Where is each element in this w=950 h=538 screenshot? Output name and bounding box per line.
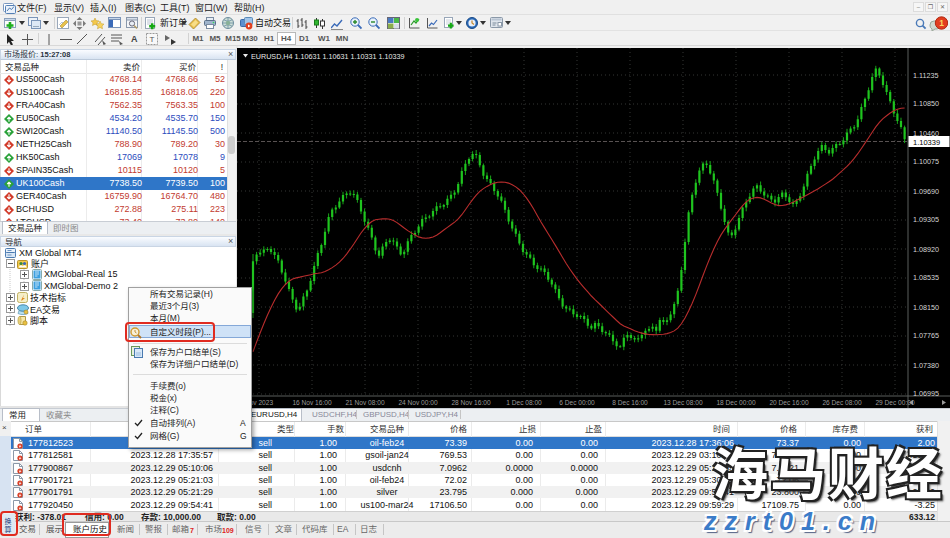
svg-text:1.06995: 1.06995 [913, 389, 939, 398]
svg-text:18 Dec 00:00: 18 Dec 00:00 [716, 399, 756, 406]
svg-text:EURUSD,H4 1.10631 1.10631 1.1: EURUSD,H4 1.10631 1.10631 1.10331 1.1033… [251, 52, 404, 61]
svg-text:1: 1 [939, 18, 944, 28]
svg-text:1.09690: 1.09690 [913, 187, 939, 196]
svg-text:26 Dec 08:00: 26 Dec 08:00 [822, 399, 862, 406]
svg-text:21 Nov 08:00: 21 Nov 08:00 [345, 399, 385, 406]
svg-text:1.10850: 1.10850 [913, 99, 939, 108]
svg-text:16 Nov 16:00: 16 Nov 16:00 [292, 399, 332, 406]
svg-text:13 Dec 08:00: 13 Dec 08:00 [663, 399, 703, 406]
svg-text:6 Dec 00:00: 6 Dec 00:00 [559, 399, 595, 406]
svg-text:8 Dec 16:00: 8 Dec 16:00 [612, 399, 648, 406]
svg-text:1.07765: 1.07765 [913, 331, 939, 340]
svg-text:1 Dec 08:00: 1 Dec 08:00 [506, 399, 542, 406]
svg-text:28 Nov 16:00: 28 Nov 16:00 [451, 399, 491, 406]
svg-text:1.08150: 1.08150 [913, 303, 939, 312]
svg-text:1.09305: 1.09305 [913, 215, 939, 224]
svg-text:1.11235: 1.11235 [913, 71, 938, 80]
svg-text:20 Dec 16:00: 20 Dec 16:00 [769, 399, 809, 406]
svg-text:T: T [150, 35, 155, 44]
svg-text:1.10339: 1.10339 [913, 138, 940, 147]
svg-text:1.08920: 1.08920 [913, 245, 939, 254]
svg-text:24 Nov 00:00: 24 Nov 00:00 [398, 399, 438, 406]
svg-text:1.07380: 1.07380 [913, 361, 939, 370]
svg-text:1.08535: 1.08535 [913, 273, 939, 282]
svg-text:1.10075: 1.10075 [913, 157, 939, 166]
